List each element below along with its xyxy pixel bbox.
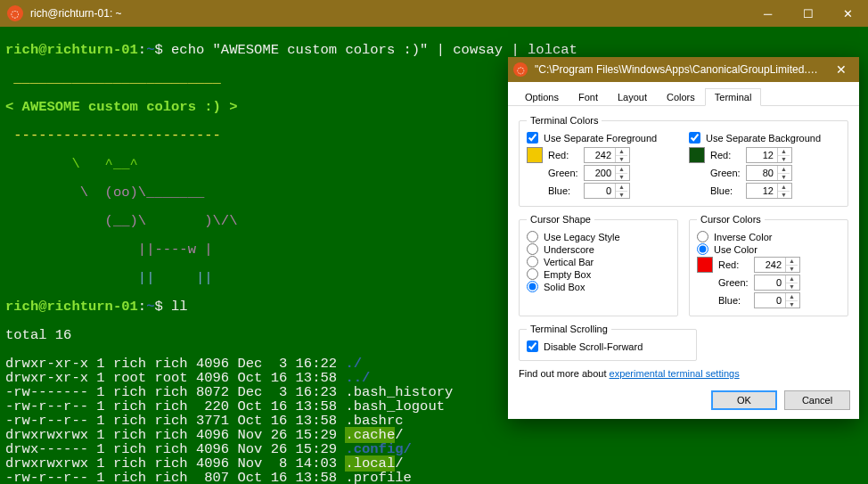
cursor-shape-radio[interactable]: Vertical Bar: [527, 256, 670, 267]
experimental-settings-link[interactable]: experimental terminal settings: [610, 368, 740, 379]
cursor-color-mode-radio[interactable]: Inverse Color: [697, 231, 840, 242]
ls-row: drwxrwxrwx 1 rich rich 4096 Nov 8 14:03 …: [5, 456, 863, 471]
spinner-down-icon[interactable]: ▼: [778, 156, 790, 163]
radio-label: Vertical Bar: [544, 257, 594, 267]
blue-label: Blue:: [710, 185, 746, 196]
tab-font[interactable]: Font: [569, 88, 608, 106]
spinner-down-icon[interactable]: ▼: [786, 283, 798, 291]
radio-label: Inverse Color: [714, 232, 772, 242]
checkbox-label: Use Separate Foreground: [544, 133, 657, 144]
spinner-up-icon[interactable]: ▲: [786, 275, 798, 283]
tab-colors[interactable]: Colors: [657, 88, 705, 106]
checkbox-label: Use Separate Background: [706, 133, 821, 144]
dialog-tabs: OptionsFontLayoutColorsTerminal: [508, 82, 859, 106]
green-label: Green:: [710, 168, 746, 178]
disable-scroll-forward-checkbox[interactable]: Disable Scroll-Forward: [527, 340, 689, 352]
dialog-titlebar[interactable]: ◌ "C:\Program Files\WindowsApps\Canonica…: [508, 57, 859, 82]
cursor-shape-radio[interactable]: Underscore: [527, 243, 670, 255]
cursor-color-swatch[interactable]: [697, 257, 713, 273]
bg-blue[interactable]: ▲ ▼: [746, 183, 792, 199]
ok-button[interactable]: OK: [711, 390, 777, 410]
spinner-up-icon[interactable]: ▲: [778, 166, 790, 174]
green-label: Green:: [718, 277, 754, 288]
fg-blue[interactable]: ▲ ▼: [584, 183, 630, 199]
red-label: Red:: [548, 150, 584, 160]
window-title: rich@richturn-01: ~: [30, 7, 748, 20]
fg-green[interactable]: ▲ ▼: [584, 165, 630, 181]
cursor-green[interactable]: ▲ ▼: [754, 275, 800, 291]
cursor-color-mode-radio[interactable]: Use Color: [697, 243, 840, 255]
spinner-down-icon[interactable]: ▼: [778, 174, 790, 181]
ubuntu-icon: ◌: [7, 5, 23, 21]
dialog-title: "C:\Program Files\WindowsApps\CanonicalG…: [535, 63, 823, 76]
cursor-shape-radio[interactable]: Empty Box: [527, 268, 670, 280]
spinner-down-icon[interactable]: ▼: [778, 192, 790, 199]
group-label: Terminal Colors: [527, 115, 602, 126]
fg-swatch[interactable]: [527, 147, 543, 163]
use-bg-checkbox[interactable]: Use Separate Background: [689, 132, 840, 144]
spinner-up-icon[interactable]: ▲: [778, 184, 790, 192]
ls-row: drwxrwxrwx 1 rich rich 4096 Nov 26 15:29…: [5, 428, 863, 442]
prompt-user: rich@richturn-01: [5, 299, 138, 315]
spinner-down-icon[interactable]: ▼: [616, 156, 627, 163]
properties-dialog: ◌ "C:\Program Files\WindowsApps\Canonica…: [508, 57, 859, 419]
spinner-down-icon[interactable]: ▼: [616, 174, 627, 181]
spinner-up-icon[interactable]: ▲: [786, 293, 798, 301]
cursor-red-input[interactable]: [755, 258, 785, 272]
fg-blue-input[interactable]: [585, 184, 615, 198]
group-terminal-colors: Terminal Colors Use Separate Foreground …: [519, 115, 848, 207]
spinner-up-icon[interactable]: ▲: [616, 166, 627, 174]
cursor-green-input[interactable]: [755, 275, 785, 290]
maximize-button[interactable]: ☐: [788, 0, 828, 27]
command-line: ll: [171, 299, 188, 315]
spinner-up-icon[interactable]: ▲: [616, 148, 627, 156]
bg-blue-input[interactable]: [747, 184, 777, 198]
group-label: Terminal Scrolling: [527, 324, 611, 334]
spinner-down-icon[interactable]: ▼: [786, 301, 798, 308]
tab-options[interactable]: Options: [515, 88, 569, 106]
cursor-shape-radio[interactable]: Use Legacy Style: [527, 231, 670, 242]
fg-green-input[interactable]: [585, 166, 615, 180]
close-button[interactable]: ✕: [828, 0, 868, 27]
group-cursor-shape: Cursor Shape Use Legacy Style Underscore…: [519, 214, 678, 316]
cancel-button[interactable]: Cancel: [784, 390, 850, 410]
spinner-down-icon[interactable]: ▼: [616, 192, 627, 199]
minimize-button[interactable]: ─: [748, 0, 788, 27]
ubuntu-icon: ◌: [513, 62, 528, 77]
cursor-red[interactable]: ▲ ▼: [754, 257, 800, 273]
cursor-blue[interactable]: ▲ ▼: [754, 292, 800, 308]
command-line: echo "AWESOME custom colors :)" | cowsay…: [171, 42, 577, 58]
use-fg-checkbox[interactable]: Use Separate Foreground: [527, 132, 678, 144]
blue-label: Blue:: [718, 295, 754, 306]
group-label: Cursor Colors: [697, 214, 765, 225]
group-cursor-colors: Cursor Colors Inverse Color Use Color Re…: [689, 214, 848, 316]
bg-green-input[interactable]: [747, 166, 777, 180]
bg-red[interactable]: ▲ ▼: [746, 147, 792, 163]
dialog-close-button[interactable]: ✕: [823, 57, 859, 82]
spinner-down-icon[interactable]: ▼: [786, 266, 798, 273]
tab-terminal[interactable]: Terminal: [705, 88, 762, 106]
radio-label: Use Color: [714, 244, 757, 255]
ls-row: drwx------ 1 rich rich 4096 Nov 26 15:29…: [5, 442, 863, 456]
radio-label: Empty Box: [544, 269, 591, 280]
cursor-shape-radio[interactable]: Solid Box: [527, 281, 670, 292]
info-text: Find out more about experimental termina…: [519, 368, 848, 379]
radio-label: Solid Box: [544, 282, 585, 292]
red-label: Red:: [710, 150, 746, 160]
red-label: Red:: [718, 259, 754, 270]
group-label: Cursor Shape: [527, 214, 594, 225]
bg-swatch[interactable]: [689, 147, 705, 163]
bg-red-input[interactable]: [747, 148, 777, 162]
prompt-user: rich@richturn-01: [5, 42, 138, 58]
green-label: Green:: [548, 168, 584, 178]
fg-red-input[interactable]: [585, 148, 615, 162]
spinner-up-icon[interactable]: ▲: [616, 184, 627, 192]
spinner-up-icon[interactable]: ▲: [778, 148, 790, 156]
tab-layout[interactable]: Layout: [608, 88, 657, 106]
spinner-up-icon[interactable]: ▲: [786, 258, 798, 266]
fg-red[interactable]: ▲ ▼: [584, 147, 630, 163]
bg-green[interactable]: ▲ ▼: [746, 165, 792, 181]
cursor-blue-input[interactable]: [755, 293, 785, 308]
group-terminal-scrolling: Terminal Scrolling Disable Scroll-Forwar…: [519, 324, 697, 361]
radio-label: Underscore: [544, 244, 594, 255]
